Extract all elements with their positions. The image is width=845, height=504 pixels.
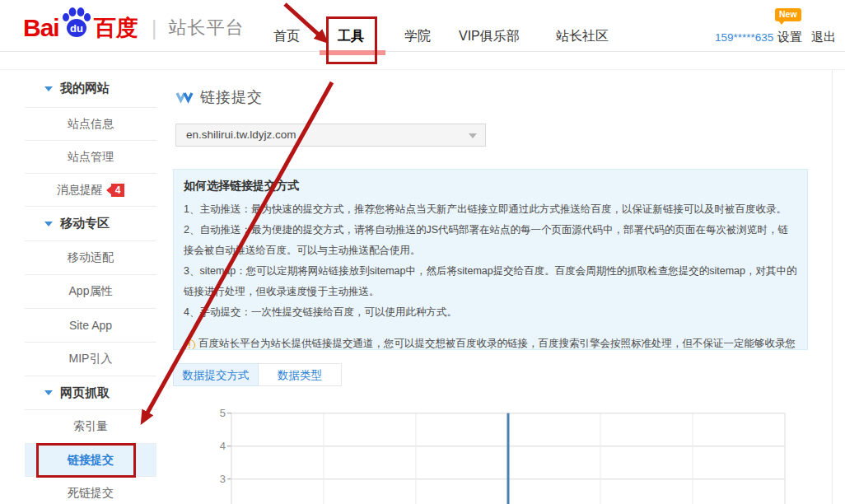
help-line-active-push: 1、主动推送：最为快速的提交方式，推荐您将站点当天新产出链接立即通过此方式推送给… — [184, 199, 797, 220]
site-selector-dropdown[interactable]: en.shilirui.tw.ldyjz.com — [175, 124, 486, 147]
sidebar-item-dead-link-submit[interactable]: 死链提交 — [25, 477, 156, 504]
baidu-webmaster-page: Bai du 百度 | 站长平台 首页 工具 学院 VIP俱乐部 站长社区 15… — [0, 0, 845, 504]
sidebar-item-index-volume[interactable]: 索引量 — [25, 410, 156, 444]
sidebar: 我的网站 站点信息 站点管理 消息提醒 4 移动专区 移动适配 App属性 Si… — [25, 70, 156, 504]
baidu-logo[interactable]: Bai du 百度 | 站长平台 — [23, 10, 244, 46]
logo-bai-text: Bai — [23, 14, 59, 42]
sidebar-item-site-manage[interactable]: 站点管理 — [25, 141, 156, 174]
tab-data-type[interactable]: 数据类型 — [259, 363, 342, 386]
y-tick-4: 4 — [220, 440, 226, 452]
sidebar-item-app-attribute[interactable]: App属性 — [25, 275, 156, 309]
chevron-down-icon — [44, 86, 53, 91]
help-line-auto-push: 2、自动推送：最为便捷的提交方式，请将自动推送的JS代码部署在站点的每一个页面源… — [184, 220, 797, 261]
chevron-down-icon — [469, 133, 477, 138]
submission-help-box: 如何选择链接提交方式 1、主动推送：最为快速的提交方式，推荐您将站点当天新产出链… — [173, 169, 808, 350]
message-count-badge: 4 — [106, 184, 124, 197]
help-line-manual: 4、手动提交：一次性提交链接给百度，可以使用此种方式。 — [184, 302, 797, 323]
sidebar-item-message-remind[interactable]: 消息提醒 4 — [25, 174, 156, 207]
chevron-down-icon — [44, 390, 53, 395]
page-title-row: 链接提交 — [175, 87, 263, 107]
submission-chart: 5 4 3 — [198, 395, 836, 504]
site-selector-value: en.shilirui.tw.ldyjz.com — [186, 128, 296, 141]
sidebar-item-link-submit[interactable]: 链接提交 — [25, 444, 156, 477]
sidebar-item-site-app[interactable]: Site App — [25, 309, 156, 343]
nav-vip-club[interactable]: VIP俱乐部 — [459, 28, 520, 45]
sidebar-item-site-info[interactable]: 站点信息 — [25, 108, 156, 141]
notice-line: !百度站长平台为站长提供链接提交通道，您可以提交想被百度收录的链接，百度搜索引擎… — [184, 334, 797, 350]
new-badge: New — [775, 8, 801, 21]
logo-divider: | — [152, 16, 157, 41]
nav-academy[interactable]: 学院 — [404, 28, 431, 45]
page-title: 链接提交 — [200, 87, 263, 107]
logo-platform-text: 站长平台 — [168, 16, 244, 40]
help-line-sitemap: 3、sitemap：您可以定期将网站链接放到sitemap中，然后将sitema… — [184, 261, 797, 302]
warning-icon: ! — [184, 339, 195, 350]
settings-link[interactable]: 设置 — [777, 30, 802, 45]
user-account-link[interactable]: 159*****635 — [715, 31, 773, 44]
sidebar-item-mip-import[interactable]: MIP引入 — [25, 343, 156, 376]
header: Bai du 百度 | 站长平台 首页 工具 学院 VIP俱乐部 站长社区 15… — [0, 0, 845, 52]
sidebar-item-mobile-adapt[interactable]: 移动适配 — [25, 241, 156, 275]
data-tabs: 数据提交方式 数据类型 — [173, 363, 342, 386]
sidebar-group-web-crawl[interactable]: 网页抓取 — [25, 376, 156, 410]
baidu-paw-icon: du — [60, 7, 93, 41]
sidebar-group-my-site[interactable]: 我的网站 — [25, 70, 156, 108]
logout-link[interactable]: 退出 — [811, 30, 836, 45]
y-tick-3: 3 — [220, 473, 226, 485]
link-submit-icon — [175, 91, 194, 104]
nav-tools[interactable]: 工具 — [338, 28, 364, 45]
sidebar-group-mobile-zone[interactable]: 移动专区 — [25, 207, 156, 241]
chevron-down-icon — [44, 222, 53, 226]
nav-active-underline — [320, 50, 385, 55]
notice-text: 百度站长平台为站长提供链接提交通道，您可以提交想被百度收录的链接，百度搜索引擎会… — [184, 338, 796, 350]
y-tick-5: 5 — [220, 407, 226, 419]
svg-text:du: du — [70, 22, 83, 35]
help-box-title: 如何选择链接提交方式 — [184, 179, 797, 194]
nav-home[interactable]: 首页 — [273, 28, 300, 45]
tab-submit-method[interactable]: 数据提交方式 — [173, 363, 259, 386]
nav-webmaster-community[interactable]: 站长社区 — [556, 28, 609, 45]
logo-cn-text: 百度 — [94, 13, 138, 43]
